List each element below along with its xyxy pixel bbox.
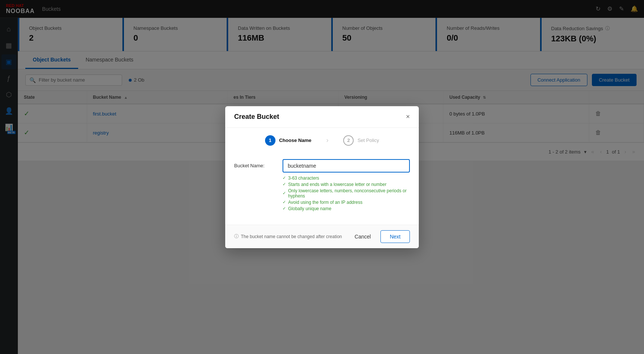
form-row-bucket-name: Bucket Name: ✓ 3-63 characters ✓ Starts … [234, 159, 410, 211]
step-2-label: Set Policy [357, 138, 379, 143]
footer-info-text: The bucket name cannot be changed after … [241, 234, 342, 239]
hint-1: ✓ Starts and ends with a lowercase lette… [283, 182, 410, 187]
step-2-circle: 2 [343, 135, 354, 146]
checkmark-icon-3: ✓ [283, 200, 286, 205]
validation-hints: ✓ 3-63 characters ✓ Starts and ends with… [283, 176, 410, 211]
bucket-name-input[interactable] [283, 159, 410, 173]
modal-close-button[interactable]: × [406, 113, 410, 121]
hint-4: ✓ Globally unique name [283, 206, 410, 211]
checkmark-icon-2: ✓ [283, 191, 286, 196]
step-1-label: Choose Name [279, 138, 312, 143]
modal-body: Bucket Name: ✓ 3-63 characters ✓ Starts … [225, 153, 419, 225]
wizard-step-2: 2 Set Policy [343, 135, 379, 146]
checkmark-icon-0: ✓ [283, 176, 286, 180]
step-separator: › [326, 136, 328, 144]
bucket-name-input-wrap: ✓ 3-63 characters ✓ Starts and ends with… [283, 159, 410, 211]
hint-2: ✓ Only lowercase letters, numbers, nonco… [283, 188, 410, 199]
modal-header: Create Bucket × [225, 106, 419, 128]
bucket-name-label: Bucket Name: [234, 159, 283, 168]
footer-info-icon: ⓘ [234, 233, 239, 240]
hint-0: ✓ 3-63 characters [283, 176, 410, 181]
modal-title: Create Bucket [234, 113, 279, 121]
footer-info: ⓘ The bucket name cannot be changed afte… [234, 233, 344, 240]
hint-3: ✓ Avoid using the form of an IP address [283, 200, 410, 205]
wizard-step-1: 1 Choose Name [265, 135, 312, 146]
modal-footer: ⓘ The bucket name cannot be changed afte… [225, 225, 419, 248]
step-1-circle: 1 [265, 135, 275, 146]
create-bucket-modal: Create Bucket × 1 Choose Name › 2 Set Po… [225, 106, 419, 248]
cancel-button[interactable]: Cancel [349, 230, 377, 243]
checkmark-icon-4: ✓ [283, 206, 286, 211]
wizard-steps: 1 Choose Name › 2 Set Policy [225, 128, 419, 153]
footer-actions: Cancel Next [349, 230, 410, 243]
checkmark-icon-1: ✓ [283, 182, 286, 187]
next-button[interactable]: Next [380, 230, 410, 243]
modal-overlay: Create Bucket × 1 Choose Name › 2 Set Po… [0, 0, 644, 354]
